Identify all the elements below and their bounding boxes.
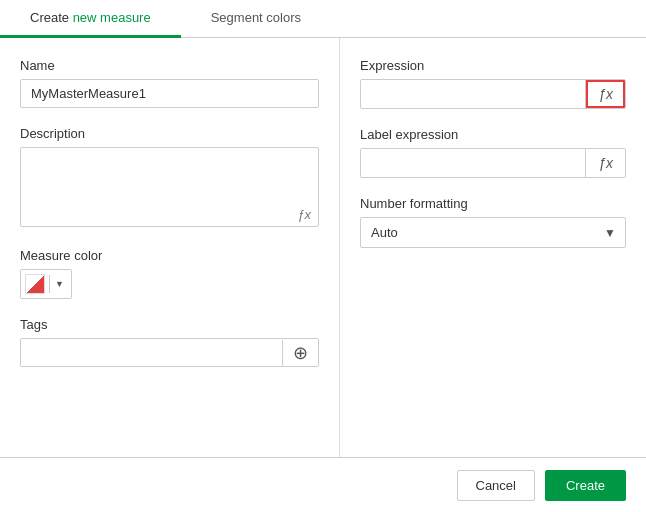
right-panel: Expression ƒx Label expression ƒx Number… [340, 38, 646, 457]
create-button[interactable]: Create [545, 470, 626, 501]
color-swatch-inner [25, 274, 45, 294]
number-formatting-select[interactable]: Auto Number Money Date Duration Custom [360, 217, 626, 248]
name-field-group: Name [20, 58, 319, 108]
description-label: Description [20, 126, 319, 141]
expression-fx-button[interactable]: ƒx [585, 80, 625, 108]
color-picker-button[interactable]: ▼ [20, 269, 72, 299]
color-swatch [21, 270, 49, 298]
tab-create-measure[interactable]: Create new measure [0, 0, 181, 38]
number-formatting-select-wrapper: Auto Number Money Date Duration Custom ▼ [360, 217, 626, 248]
tab-segment-colors[interactable]: Segment colors [181, 0, 331, 38]
description-wrapper: ƒx [20, 147, 319, 230]
tags-row: ⊕ [20, 338, 319, 367]
measure-color-field-group: Measure color ▼ [20, 248, 319, 299]
tags-label: Tags [20, 317, 319, 332]
expression-label: Expression [360, 58, 626, 73]
tags-field-group: Tags ⊕ [20, 317, 319, 367]
label-expression-label: Label expression [360, 127, 626, 142]
expression-input[interactable] [361, 80, 585, 108]
label-expression-fx-button[interactable]: ƒx [585, 149, 625, 177]
label-expression-input[interactable] [361, 149, 585, 177]
footer: Cancel Create [0, 457, 646, 512]
tab-create-measure-label-prefix: Create [30, 10, 73, 25]
name-label: Name [20, 58, 319, 73]
tags-input[interactable] [21, 339, 282, 366]
main-content: Name Description ƒx Measure color ▼ Tags [0, 38, 646, 457]
label-expression-field-group: Label expression ƒx [360, 127, 626, 178]
measure-color-label: Measure color [20, 248, 319, 263]
description-fx-icon[interactable]: ƒx [297, 207, 311, 222]
name-input[interactable] [20, 79, 319, 108]
number-formatting-field-group: Number formatting Auto Number Money Date… [360, 196, 626, 248]
description-input[interactable] [20, 147, 319, 227]
tags-add-button[interactable]: ⊕ [282, 340, 318, 366]
number-formatting-label: Number formatting [360, 196, 626, 211]
color-dropdown-arrow-icon: ▼ [49, 275, 69, 293]
tab-segment-colors-label: Segment colors [211, 10, 301, 25]
left-panel: Name Description ƒx Measure color ▼ Tags [0, 38, 340, 457]
tab-bar: Create new measure Segment colors [0, 0, 646, 38]
expression-field-group: Expression ƒx [360, 58, 626, 109]
label-expression-row: ƒx [360, 148, 626, 178]
cancel-button[interactable]: Cancel [457, 470, 535, 501]
expression-row: ƒx [360, 79, 626, 109]
description-field-group: Description ƒx [20, 126, 319, 230]
tab-create-measure-label-highlight: new measure [73, 10, 151, 25]
